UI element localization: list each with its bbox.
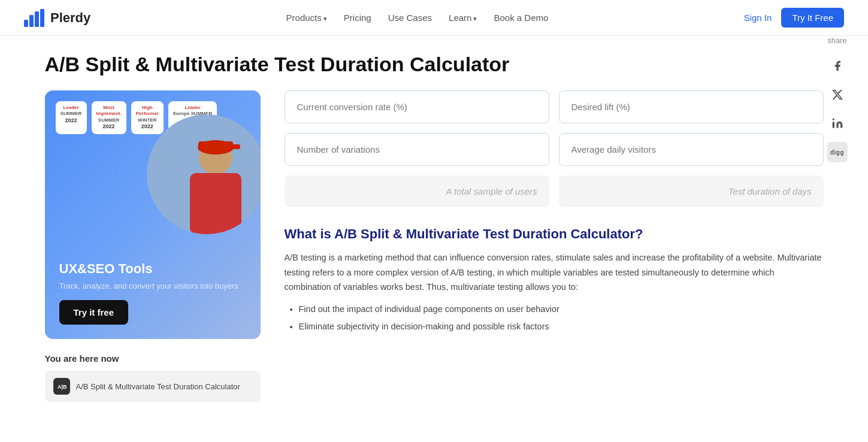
left-panel: Leader SUMMER 2022 MostImplement. SUMMER… [45,90,261,402]
page-container: A/B Split & Multivariate Test Duration C… [21,36,848,402]
badge-leader: Leader SUMMER 2022 [56,101,87,134]
content-row: Leader SUMMER 2022 MostImplement. SUMMER… [45,90,824,402]
logo-text: Plerdy [50,10,90,26]
promo-title: UX&SEO Tools [59,261,246,277]
promo-text: UX&SEO Tools Track, analyze, and convert… [59,261,246,325]
breadcrumb-text: A/B Split & Multivariate Test Duration C… [76,382,240,391]
description-section: What is A/B Split & Multivariate Test Du… [285,226,824,334]
you-are-here-title: You are here now [45,353,261,364]
daily-visitors-input[interactable] [559,133,824,166]
nav-products[interactable]: Products [286,13,327,23]
logo-icon [24,9,46,27]
nav-actions: Sign In Try It Free [744,8,844,28]
badge-most-implementable: MostImplement. SUMMER 2022 [92,101,126,134]
facebook-share-icon[interactable] [827,56,848,76]
svg-text:A|B: A|B [58,384,66,390]
share-sidebar: share digg [827,36,848,162]
nav-use-cases[interactable]: Use Cases [388,13,432,23]
svg-rect-8 [198,141,233,151]
nav-pricing[interactable]: Pricing [344,13,371,23]
test-duration-output: Test duration of days [559,175,824,207]
conversion-rate-input[interactable] [285,90,549,123]
person-svg [147,114,261,234]
ab-icon: A|B [57,382,66,391]
description-list: Find out the impact of individual page c… [285,302,824,334]
digg-share-icon[interactable]: digg [827,142,848,162]
share-label: share [827,36,847,45]
page-title: A/B Split & Multivariate Test Duration C… [45,36,824,90]
try-free-button[interactable]: Try It Free [781,8,844,28]
nav-links: Products Pricing Use Cases Learn Book a … [286,13,549,23]
bullet-2: Eliminate subjectivity in decision-makin… [299,319,824,334]
num-variations-input[interactable] [285,133,549,166]
nav-learn[interactable]: Learn [449,13,477,23]
you-are-here-section: You are here now A|B A/B Split & Multiva… [45,353,261,402]
svg-rect-2 [35,11,39,27]
calc-inputs-grid: A total sample of users Test duration of… [285,90,824,207]
description-paragraph: A/B testing is a marketing method that c… [285,250,824,295]
signin-link[interactable]: Sign In [744,13,772,23]
svg-point-11 [832,119,834,120]
badge-high-performer: HighPerformer WINTER 2022 [131,101,164,134]
person-image [147,114,261,234]
svg-rect-6 [190,173,241,234]
twitter-share-icon[interactable] [827,84,848,105]
svg-rect-1 [29,15,34,27]
x-twitter-svg [831,89,843,101]
promo-cta-button[interactable]: Try it free [59,300,129,325]
logo-link[interactable]: Plerdy [24,9,90,27]
total-sample-output: A total sample of users [285,175,549,207]
desired-lift-input[interactable] [559,90,824,123]
linkedin-svg [831,117,843,129]
bullet-1: Find out the impact of individual page c… [299,302,824,317]
description-heading: What is A/B Split & Multivariate Test Du… [285,226,824,242]
promo-subtitle: Track, analyze, and convert your visitor… [59,281,246,290]
facebook-svg [831,60,843,72]
svg-rect-3 [40,9,44,27]
main-nav: Plerdy Products Pricing Use Cases Learn … [0,0,868,36]
breadcrumb-icon: A|B [53,378,70,395]
svg-rect-9 [229,144,240,149]
nav-book-demo[interactable]: Book a Demo [494,13,548,23]
breadcrumb-item: A|B A/B Split & Multivariate Test Durati… [45,371,261,402]
linkedin-share-icon[interactable] [827,113,848,134]
promo-card: Leader SUMMER 2022 MostImplement. SUMMER… [45,90,261,339]
calculator-section: A total sample of users Test duration of… [285,90,824,402]
svg-rect-0 [24,20,28,27]
